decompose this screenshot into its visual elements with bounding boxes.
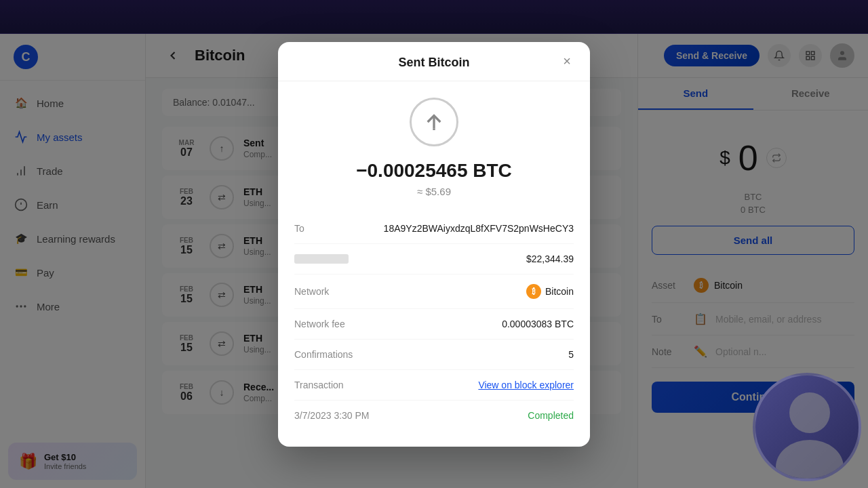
price-label-blurred [294,254,349,264]
detail-confirmations-label: Confirmations [294,349,353,360]
detail-date-label: 3/7/2023 3:30 PM [294,410,370,421]
modal-close-button[interactable]: × [557,52,576,70]
modal-title: Sent Bitcoin [398,56,469,70]
transaction-detail-modal: Sent Bitcoin × −0.00025465 BTC ≈ $5.69 [278,42,590,447]
view-block-explorer-link[interactable]: View on block explorer [478,380,574,390]
detail-to-value: 18A9Yz2BWAiyxdzqL8fXFV7S2pnWsHeCY3 [384,223,574,234]
modal-overlay[interactable]: Sent Bitcoin × −0.00025465 BTC ≈ $5.69 [0,0,868,488]
send-transaction-icon [410,98,458,146]
detail-row-price: $22,344.39 [294,244,574,274]
detail-network-label: Network [294,286,329,297]
detail-price-value: $22,344.39 [526,253,574,264]
btc-network-badge: ₿ [526,284,541,299]
detail-fee-value: 0.00003083 BTC [502,319,574,329]
detail-fee-label: Network fee [294,319,345,329]
detail-row-confirmations: Confirmations 5 [294,340,574,370]
modal-usd-value: ≈ $5.69 [294,186,574,197]
network-name: Bitcoin [545,286,574,297]
send-arrow-icon [422,110,446,134]
detail-to-label: To [294,223,304,234]
modal-icon-area [294,98,574,146]
detail-row-to: To 18A9Yz2BWAiyxdzqL8fXFV7S2pnWsHeCY3 [294,214,574,244]
modal-body: −0.00025465 BTC ≈ $5.69 To 18A9Yz2BWAiyx… [278,81,590,447]
detail-network-value: ₿ Bitcoin [526,284,574,299]
modal-amount: −0.00025465 BTC [294,160,574,182]
detail-row-date: 3/7/2023 3:30 PM Completed [294,401,574,430]
detail-row-fee: Network fee 0.00003083 BTC [294,309,574,340]
modal-header: Sent Bitcoin × [278,42,590,81]
detail-confirmations-value: 5 [568,349,574,360]
detail-row-network: Network ₿ Bitcoin [294,274,574,309]
detail-row-transaction: Transaction View on block explorer [294,370,574,401]
detail-status-value: Completed [528,410,574,421]
detail-transaction-label: Transaction [294,380,344,390]
